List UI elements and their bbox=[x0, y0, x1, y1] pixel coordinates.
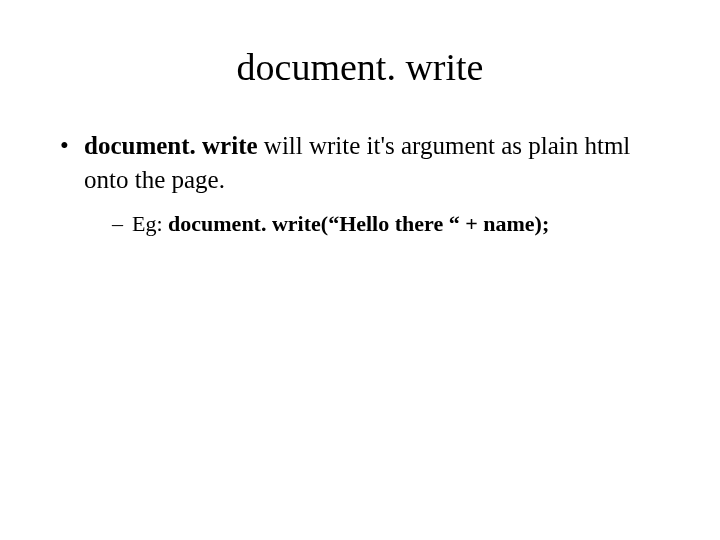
sub-list: Eg: document. write(“Hello there “ + nam… bbox=[84, 209, 670, 239]
bullet-item-1: document. write will write it's argument… bbox=[60, 129, 670, 238]
bullet-bold-prefix: document. write bbox=[84, 132, 258, 159]
sub-bold: document. write(“Hello there “ + name); bbox=[168, 211, 549, 236]
sub-item-1: Eg: document. write(“Hello there “ + nam… bbox=[112, 209, 670, 239]
slide-title: document. write bbox=[50, 45, 670, 89]
sub-prefix: Eg: bbox=[132, 211, 168, 236]
bullet-list: document. write will write it's argument… bbox=[50, 129, 670, 238]
